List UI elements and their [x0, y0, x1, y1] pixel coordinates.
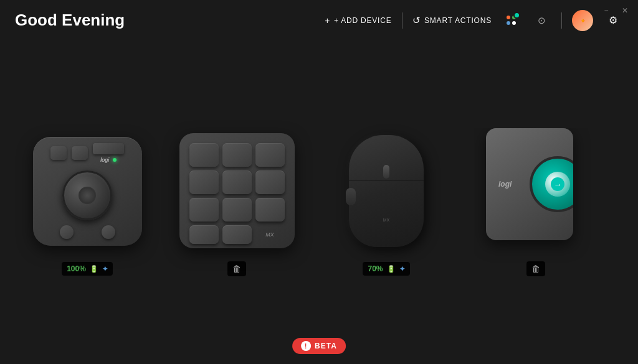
numpad-logo: MX: [265, 231, 274, 238]
add-device-button[interactable]: + + ADD DEVICE: [325, 16, 391, 26]
webcam-body: logi →: [486, 128, 573, 240]
key-row-1: [189, 143, 285, 167]
logi-dots-icon: [507, 16, 517, 26]
key-2-1: [189, 170, 219, 194]
device-badge-mx-keys[interactable]: 🗑: [227, 261, 246, 276]
key-2-3: [255, 170, 285, 194]
refresh-icon: ⊙: [538, 15, 546, 26]
trash-icon-webcam: 🗑: [531, 264, 540, 274]
device-badge-mx-creative: 100% 🔋 ✦: [62, 262, 113, 276]
mx-bottom-row: [60, 225, 115, 239]
key-1-3: [255, 143, 285, 167]
battery-icon: 🔋: [90, 265, 98, 273]
header: Good Evening + + ADD DEVICE ↺ SMART ACTI…: [0, 0, 638, 40]
key-3-2: [222, 198, 252, 222]
mx-btn-wide: [93, 143, 124, 154]
plus-icon: +: [325, 16, 330, 26]
battery-percent: 100%: [67, 264, 86, 273]
beta-info-icon: !: [301, 341, 311, 351]
bluetooth-icon-mouse: ✦: [399, 265, 405, 273]
device-badge-mx-master: 70% 🔋 ✦: [363, 262, 409, 276]
mouse-scroll-wheel: [383, 165, 389, 179]
window-chrome: − ✕: [593, 0, 638, 21]
mx-wheel: [62, 170, 112, 220]
webcam-lens: →: [530, 156, 573, 212]
key-1-2: [222, 143, 252, 167]
smart-actions-button[interactable]: ↺ SMART ACTIONS: [412, 15, 492, 26]
smart-actions-label: SMART ACTIONS: [424, 16, 492, 25]
beta-badge[interactable]: ! BETA: [292, 338, 346, 354]
device-card-mx-master[interactable]: MX 70% 🔋 ✦: [324, 129, 449, 276]
mx-logo: logi: [100, 157, 109, 163]
device-card-webcam[interactable]: logi → 🗑: [474, 128, 598, 276]
mouse-wrapper: MX: [341, 134, 432, 249]
key-row-3: [189, 198, 285, 222]
mx-btn-2: [72, 146, 88, 160]
key-row-4: MX: [189, 225, 285, 244]
mx-top-row: logi: [50, 143, 124, 163]
key-row-2: [189, 170, 285, 194]
key-1-1: [189, 143, 219, 167]
device-image-webcam: logi →: [474, 128, 598, 253]
battery-percent-mouse: 70%: [368, 264, 383, 273]
mx-led: [113, 158, 117, 162]
key-3-3: [255, 198, 285, 222]
refresh-button[interactable]: ⊙: [531, 11, 551, 30]
divider2: [561, 12, 562, 29]
mouse-line: [349, 180, 424, 180]
profile-button[interactable]: 🔸: [572, 10, 593, 31]
webcam-lens-inner: →: [545, 172, 570, 197]
device-list: logi 100% 🔋 ✦: [0, 40, 638, 364]
logitech-flow-button[interactable]: [502, 11, 521, 30]
profile-icon: 🔸: [578, 16, 588, 26]
trash-icon: 🗑: [232, 264, 241, 274]
mx-creative-body: logi: [33, 137, 142, 246]
webcam-logo: logi: [498, 180, 512, 189]
key-4-2: [222, 225, 252, 244]
mx-bottom-btn-right: [102, 225, 115, 239]
key-4-1: [189, 225, 219, 244]
device-image-mx-master: MX: [324, 129, 449, 253]
mouse-body: MX: [349, 135, 424, 247]
smart-actions-icon: ↺: [412, 15, 421, 26]
key-3-1: [189, 198, 219, 222]
bluetooth-icon: ✦: [102, 265, 108, 273]
header-actions: + + ADD DEVICE ↺ SMART ACTIONS ⊙ 🔸 ⚙: [325, 10, 623, 31]
numpad-body: MX: [179, 133, 295, 248]
device-badge-webcam[interactable]: 🗑: [526, 261, 545, 276]
add-device-label: + ADD DEVICE: [334, 16, 392, 25]
close-button[interactable]: ✕: [619, 5, 631, 16]
mx-wheel-inner: [79, 187, 96, 204]
webcam-arrow: →: [551, 177, 564, 191]
mouse-side-button: [346, 188, 356, 205]
device-image-mx-creative: logi: [25, 129, 150, 253]
minimize-button[interactable]: −: [601, 5, 612, 16]
device-image-mx-keys: MX: [174, 128, 299, 253]
battery-icon-mouse: 🔋: [387, 265, 396, 273]
key-2-2: [222, 170, 252, 194]
webcam-partial: logi →: [486, 128, 586, 253]
device-card-mx-creative[interactable]: logi 100% 🔋 ✦: [25, 129, 150, 276]
device-card-mx-keys[interactable]: MX 🗑: [174, 128, 299, 276]
mx-btn-1: [50, 146, 67, 160]
divider: [402, 12, 402, 29]
beta-label: BETA: [315, 342, 337, 350]
mx-bottom-btn-left: [60, 225, 74, 239]
greeting-text: Good Evening: [15, 11, 325, 30]
mouse-logo: MX: [383, 218, 390, 222]
